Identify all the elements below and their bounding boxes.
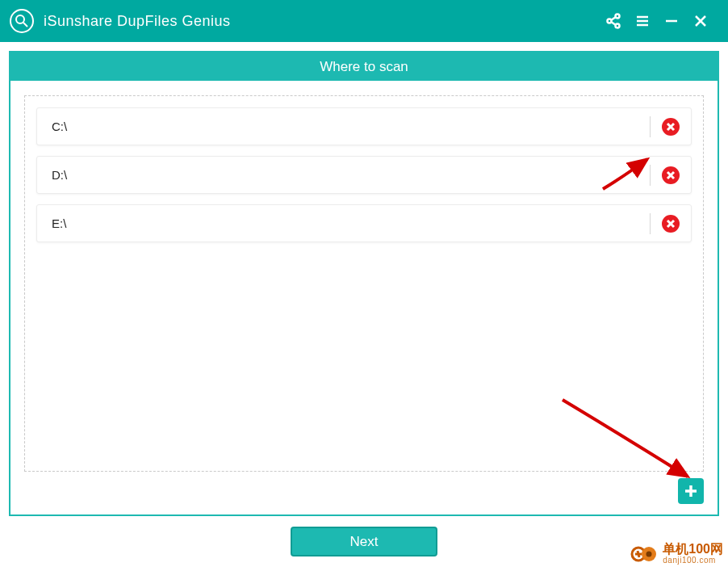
divider: [650, 116, 651, 137]
svg-line-1: [23, 23, 27, 27]
divider: [650, 213, 651, 234]
remove-path-button[interactable]: [662, 166, 680, 184]
svg-point-0: [16, 15, 24, 23]
path-row: D:\: [36, 156, 692, 194]
path-text: E:\: [52, 216, 643, 230]
panel-header: Where to scan: [10, 52, 718, 81]
close-button[interactable]: [686, 6, 715, 36]
path-row: C:\: [36, 107, 692, 145]
scan-panel: Where to scan C:\ D:\ E:\: [9, 51, 719, 516]
add-path-button[interactable]: [678, 478, 704, 504]
footer: Next: [0, 516, 728, 567]
app-title: iSunshare DupFiles Genius: [44, 13, 231, 30]
titlebar: iSunshare DupFiles Genius: [0, 0, 728, 42]
next-button[interactable]: Next: [291, 527, 437, 556]
path-list-area: C:\ D:\ E:\: [24, 95, 704, 472]
path-row: E:\: [36, 204, 692, 242]
app-logo: [10, 9, 34, 33]
minimize-button[interactable]: [657, 6, 686, 36]
remove-path-button[interactable]: [662, 215, 680, 233]
path-text: C:\: [52, 120, 643, 133]
path-text: D:\: [52, 168, 643, 182]
svg-line-5: [611, 17, 616, 20]
divider: [650, 165, 651, 186]
menu-button[interactable]: [628, 6, 657, 36]
share-button[interactable]: [599, 6, 628, 36]
remove-path-button[interactable]: [662, 118, 680, 136]
svg-line-6: [611, 22, 616, 25]
